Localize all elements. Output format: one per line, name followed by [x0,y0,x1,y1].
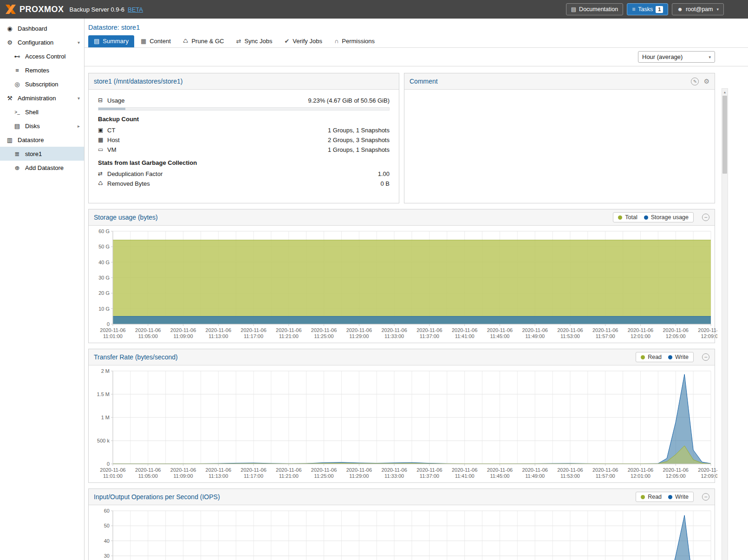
sidebar-item-subscription[interactable]: ◎ Subscription [0,77,84,91]
collapse-caret-icon[interactable]: ▾ [78,96,80,101]
user-menu-button[interactable]: ☻ root@pam ▾ [672,3,724,15]
timeframe-select[interactable]: Hour (average) ▾ [638,51,715,63]
svg-text:2020-11-06: 2020-11-06 [698,467,717,473]
legend-dot [641,495,645,499]
svg-text:2020-11-06: 2020-11-06 [557,327,583,333]
svg-text:1 M: 1 M [101,415,110,420]
svg-text:2020-11-06: 2020-11-06 [381,327,407,333]
unlock-icon: ∩ [334,38,338,45]
sidebar-item-datastore[interactable]: ▥ Datastore [0,133,84,147]
ct-row: ▣ CT 1 Groups, 1 Snapshots [98,125,390,135]
svg-text:2020-11-06: 2020-11-06 [592,467,618,473]
sidebar-item-add-datastore[interactable]: ⊕ Add Datastore [0,161,84,175]
svg-text:2020-11-06: 2020-11-06 [557,467,583,473]
legend-item-read[interactable]: Read [641,494,662,500]
sidebar-item-access-control[interactable]: ⊷ Access Control [0,49,84,63]
svg-text:11:17:00: 11:17:00 [244,473,263,479]
gear-icon[interactable]: ⚙ [703,78,709,85]
documentation-button[interactable]: ▤ Documentation [566,3,623,15]
svg-text:2020-11-06: 2020-11-06 [170,327,196,333]
key-icon: ⊷ [13,53,21,60]
cube-icon: ▣ [98,127,107,133]
scrollbar-thumb[interactable] [722,96,727,174]
svg-text:20 G: 20 G [98,290,110,296]
edit-pencil-icon[interactable]: ✎ [691,78,699,85]
tasks-count-badge: 1 [656,6,663,13]
legend-dot [641,355,645,359]
subscription-icon: ◎ [13,81,21,88]
svg-text:11:25:00: 11:25:00 [314,333,334,339]
svg-text:2020-11-06: 2020-11-06 [135,467,161,473]
usage-row: ⊟ Usage 9.23% (4.67 GiB of 50.56 GiB) [98,96,390,105]
svg-text:50 G: 50 G [98,244,110,249]
svg-text:2020-11-06: 2020-11-06 [381,467,407,473]
product-version: Backup Server 0.9-6 [70,6,125,13]
svg-text:2020-11-06: 2020-11-06 [628,467,653,473]
trash-icon: ♺ [98,180,107,187]
proxmox-logo-icon [5,4,17,14]
desktop-icon: ▭ [98,146,107,153]
sidebar-item-dashboard[interactable]: ◉ Dashboard [0,21,84,35]
svg-text:11:13:00: 11:13:00 [208,333,228,339]
chevron-down-icon: ▾ [716,7,719,12]
svg-text:0: 0 [107,461,110,467]
svg-text:2020-11-06: 2020-11-06 [311,327,337,333]
dedup-row: ⇄ Deduplication Factor 1.00 [98,169,390,178]
transfer-rate-chart: 0500 k1 M1.5 M2 M2020-11-0611:01:002020-… [89,365,715,482]
svg-text:2020-11-06: 2020-11-06 [276,327,301,333]
legend-item-read[interactable]: Read [641,354,662,360]
sidebar-item-remotes[interactable]: ≡ Remotes [0,63,84,77]
svg-text:30: 30 [104,553,110,559]
removed-bytes-row: ♺ Removed Bytes 0 B [98,179,390,188]
svg-text:2020-11-06: 2020-11-06 [241,327,266,333]
sidebar-item-configuration[interactable]: ⚙ Configuration ▾ [0,35,84,49]
tab-verify-jobs[interactable]: ✔ Verify Jobs [279,35,328,47]
tabbar: ▤ Summary ▦ Content ♺ Prune & GC ⇄ Sync … [85,33,748,48]
collapse-minus-icon[interactable]: − [702,214,709,221]
vertical-scrollbar[interactable]: ▲ ▼ [722,88,728,560]
sidebar-item-shell[interactable]: >_ Shell [0,105,84,119]
collapse-minus-icon[interactable]: − [702,493,709,501]
collapse-minus-icon[interactable]: − [702,353,709,361]
svg-text:11:57:00: 11:57:00 [596,473,615,479]
gauge-icon: ◉ [6,25,13,32]
check-circle-icon: ✔ [284,38,289,45]
sidebar-item-store1[interactable]: ≣ store1 [0,147,84,161]
svg-text:11:53:00: 11:53:00 [560,473,580,479]
scroll-up-arrow-icon[interactable]: ▲ [722,89,728,95]
svg-text:11:37:00: 11:37:00 [420,473,439,479]
legend-item-storage-usage[interactable]: Storage usage [644,214,689,221]
main-area: Datastore: store1 ▤ Summary ▦ Content ♺ … [85,19,748,560]
tasks-label: Tasks [638,6,653,13]
comment-content[interactable] [404,90,715,203]
add-circle-icon: ⊕ [13,164,21,171]
sidebar-item-administration[interactable]: ⚒ Administration ▾ [0,91,84,105]
legend-item-total[interactable]: Total [618,214,637,221]
tasks-button[interactable]: ≡ Tasks 1 [627,3,668,15]
collapse-caret-icon[interactable]: ▾ [78,40,80,45]
tab-sync-jobs[interactable]: ⇄ Sync Jobs [231,35,278,47]
legend-item-write[interactable]: Write [668,354,689,360]
legend-item-write[interactable]: Write [668,494,689,500]
svg-text:50: 50 [104,523,110,528]
tab-permissions[interactable]: ∩ Permissions [329,35,380,47]
svg-text:11:01:00: 11:01:00 [103,333,123,339]
svg-text:11:53:00: 11:53:00 [560,333,580,339]
svg-text:40: 40 [104,538,110,544]
panel-title: store1 (/mnt/datastores/store1) [94,78,182,85]
usage-progressbar [98,107,390,111]
database-icon: ▥ [6,137,13,143]
beta-link[interactable]: BETA [128,6,143,13]
chart-title: Transfer Rate (bytes/second) [94,353,178,361]
gears-icon: ⚙ [6,39,13,46]
svg-text:11:21:00: 11:21:00 [279,333,299,339]
timeframe-value: Hour (average) [642,53,683,60]
svg-text:2020-11-06: 2020-11-06 [416,327,442,333]
tab-prune-gc[interactable]: ♺ Prune & GC [177,35,230,47]
tab-summary[interactable]: ▤ Summary [88,35,134,47]
tab-content[interactable]: ▦ Content [135,35,176,47]
expand-right-icon[interactable]: ▸ [78,124,80,129]
svg-text:11:33:00: 11:33:00 [384,473,404,479]
sidebar-item-disks[interactable]: ▤ Disks ▸ [0,119,84,133]
svg-text:11:41:00: 11:41:00 [455,333,475,339]
